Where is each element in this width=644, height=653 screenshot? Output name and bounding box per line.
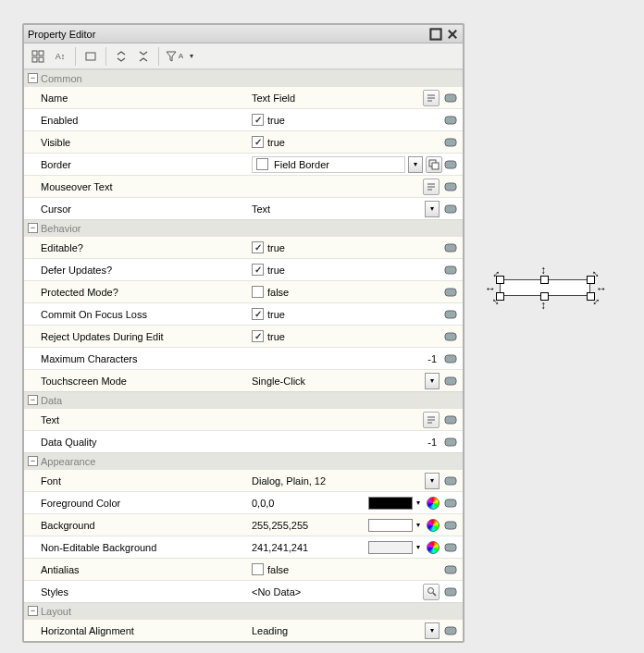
bind-icon[interactable] (442, 90, 459, 106)
bind-icon[interactable] (442, 134, 459, 151)
section-label: Appearance (41, 456, 95, 467)
arrow-up-icon: ↕ (540, 265, 546, 276)
border-popup-icon[interactable] (426, 156, 442, 173)
bind-icon[interactable] (442, 473, 459, 489)
font-value[interactable]: Dialog, Plain, 12 (250, 475, 425, 487)
border-combo[interactable]: Field Border (252, 156, 405, 173)
toolbar: A↕ A ▾ (24, 43, 463, 69)
bind-icon[interactable] (442, 373, 459, 389)
svg-rect-16 (445, 161, 456, 168)
collapse-toggle-icon[interactable]: − (28, 73, 38, 83)
checkbox-icon[interactable] (252, 330, 264, 342)
bind-icon[interactable] (442, 328, 459, 345)
bind-icon[interactable] (442, 517, 459, 534)
collapse-all-button[interactable] (133, 46, 154, 67)
color-swatch-dropdown[interactable]: ▾ (368, 519, 424, 532)
toggle-form-button[interactable] (80, 46, 101, 67)
svg-rect-6 (39, 57, 43, 62)
touchmode-value[interactable]: Single-Click (250, 376, 425, 387)
bind-icon[interactable] (442, 306, 459, 323)
svg-rect-4 (39, 51, 43, 55)
nebgcolor-value[interactable]: 241,241,241 (250, 542, 368, 553)
bind-icon[interactable] (442, 539, 459, 556)
halign-value[interactable]: Leading (250, 625, 425, 636)
checkbox-icon[interactable] (256, 158, 268, 170)
textfield-preview[interactable]: ↕ ↕ ↔ ↔ ↔ ↔ ↔ ↔ (485, 266, 605, 307)
section-behavior[interactable]: − Behavior (24, 219, 463, 236)
dropdown-button[interactable]: ▾ (408, 156, 423, 173)
bind-icon[interactable] (442, 351, 459, 367)
close-icon[interactable] (446, 28, 459, 41)
resize-handle-n[interactable] (540, 276, 549, 284)
color-wheel-icon[interactable] (427, 519, 440, 532)
checkbox-icon[interactable] (252, 308, 264, 320)
bind-icon[interactable] (442, 112, 459, 129)
collapse-toggle-icon[interactable]: − (28, 456, 38, 466)
checkbox-icon[interactable] (252, 136, 264, 148)
checkbox-icon[interactable] (252, 241, 264, 253)
bind-icon[interactable] (442, 179, 459, 195)
collapse-toggle-icon[interactable]: − (28, 223, 38, 233)
collapse-toggle-icon[interactable]: − (28, 395, 38, 405)
bind-icon[interactable] (442, 622, 459, 639)
checkbox-icon[interactable] (252, 286, 264, 298)
color-wheel-icon[interactable] (427, 497, 440, 510)
bind-icon[interactable] (442, 284, 459, 301)
bind-icon[interactable] (442, 434, 459, 450)
dataquality-value[interactable]: -1 (250, 437, 442, 448)
svg-rect-37 (445, 544, 456, 551)
expand-all-button[interactable] (111, 46, 131, 67)
bind-icon[interactable] (442, 584, 459, 600)
checkbox-icon[interactable] (252, 563, 264, 575)
cursor-value[interactable]: Text (250, 203, 425, 215)
edit-text-icon[interactable] (423, 90, 440, 106)
bgcolor-value[interactable]: 255,255,255 (250, 520, 368, 531)
section-layout[interactable]: − Layout (24, 602, 463, 619)
dropdown-button[interactable]: ▾ (425, 373, 440, 389)
toolbar-separator (75, 47, 76, 66)
sort-az-button[interactable]: A↕ (50, 46, 70, 67)
bind-icon[interactable] (442, 240, 459, 256)
color-swatch-dropdown[interactable]: ▾ (368, 541, 424, 554)
svg-rect-34 (445, 477, 456, 485)
section-appearance[interactable]: − Appearance (24, 452, 463, 469)
color-swatch-dropdown[interactable]: ▾ (368, 497, 424, 510)
svg-rect-11 (445, 94, 456, 102)
section-data[interactable]: − Data (24, 391, 463, 408)
filter-dropdown-button[interactable]: ▾ (186, 46, 197, 67)
name-value[interactable]: Text Field (250, 92, 423, 104)
bind-icon[interactable] (442, 201, 459, 217)
arrow-right-icon: ↔ (596, 283, 607, 294)
svg-rect-38 (445, 566, 456, 573)
collapse-toggle-icon[interactable]: − (28, 606, 38, 616)
arrow-left-icon: ↔ (485, 283, 496, 294)
checkbox-icon[interactable] (252, 264, 264, 276)
styles-value[interactable]: <No Data> (250, 586, 423, 598)
maxchar-value[interactable]: -1 (250, 353, 442, 364)
bind-icon[interactable] (442, 561, 459, 578)
dropdown-button[interactable]: ▾ (425, 473, 440, 489)
row-defer: Defer Updates? true (24, 258, 463, 280)
fgcolor-value[interactable]: 0,0,0 (250, 498, 368, 509)
section-common[interactable]: − Common (24, 69, 463, 86)
bind-icon[interactable] (442, 412, 459, 428)
categorized-view-button[interactable] (28, 46, 48, 67)
bind-icon[interactable] (442, 495, 459, 511)
svg-rect-26 (445, 333, 456, 340)
bind-icon[interactable] (442, 156, 459, 173)
svg-rect-15 (432, 163, 439, 169)
property-pane: − Common Name Text Field Enabled true Vi… (24, 69, 463, 641)
edit-text-icon[interactable] (423, 412, 440, 428)
bind-icon[interactable] (442, 262, 459, 278)
color-wheel-icon[interactable] (427, 541, 440, 554)
edit-text-icon[interactable] (423, 179, 440, 195)
maximize-icon[interactable] (429, 28, 442, 41)
search-icon[interactable] (423, 584, 440, 600)
dropdown-button[interactable]: ▾ (425, 622, 440, 639)
filter-button[interactable]: A (164, 46, 184, 67)
svg-rect-0 (430, 29, 440, 39)
checkbox-icon[interactable] (252, 114, 264, 126)
section-label: Behavior (41, 223, 80, 234)
dropdown-button[interactable]: ▾ (425, 201, 440, 217)
row-commit: Commit On Focus Loss true (24, 302, 463, 325)
